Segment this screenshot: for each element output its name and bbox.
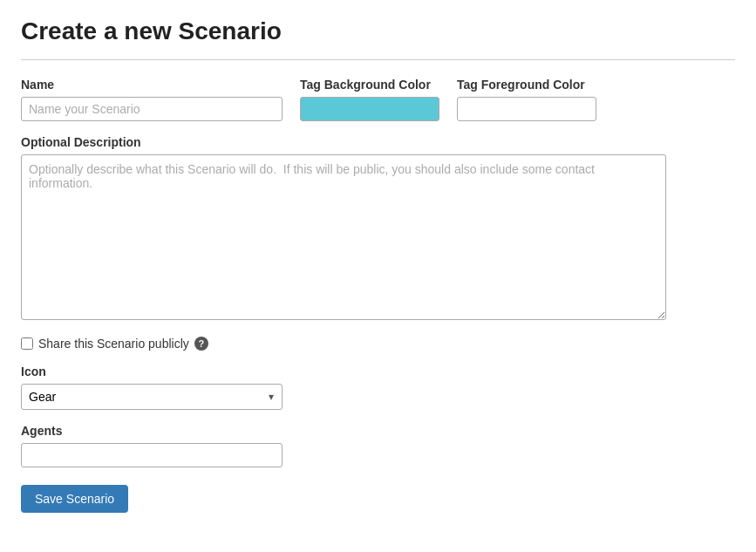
name-input[interactable] [21,97,283,121]
share-help-icon: ? [194,337,208,351]
name-label: Name [21,78,283,92]
agents-section: Agents [21,424,735,467]
tag-bg-color-input[interactable] [300,97,439,121]
section-divider [21,59,735,60]
icon-label: Icon [21,365,735,378]
name-color-row: Name Tag Background Color Tag Foreground… [21,78,735,121]
tag-fg-label: Tag Foreground Color [457,78,596,92]
share-label: Share this Scenario publicly [38,337,189,351]
tag-fg-field-group: Tag Foreground Color [457,78,596,121]
tag-bg-label: Tag Background Color [300,78,439,92]
description-label: Optional Description [21,135,735,149]
share-checkbox[interactable] [21,337,33,350]
name-field-group: Name [21,78,283,121]
agents-input[interactable] [21,443,283,467]
icon-select[interactable]: Gear Star Home User Settings Bell Heart … [21,384,283,410]
description-textarea[interactable] [21,154,666,320]
page-title: Create a new Scenario [21,17,735,45]
tag-fg-color-input[interactable] [457,97,596,121]
icon-section: Icon Gear Star Home User Settings Bell H… [21,365,735,410]
agents-label: Agents [21,424,735,438]
icon-select-wrapper: Gear Star Home User Settings Bell Heart … [21,384,283,410]
share-row: Share this Scenario publicly ? [21,337,735,351]
description-section: Optional Description [21,135,735,323]
save-button[interactable]: Save Scenario [21,485,128,513]
tag-bg-field-group: Tag Background Color [300,78,439,121]
